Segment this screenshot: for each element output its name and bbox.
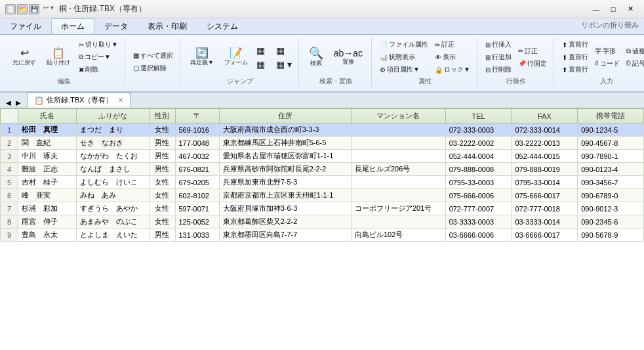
table-cell[interactable]: まつだ まり [77,123,150,137]
table-cell[interactable]: すぎうら あやか [77,202,150,215]
table-cell[interactable]: 03-3333-0014 [512,215,578,229]
table-cell[interactable]: 052-444-0015 [512,150,578,163]
table-cell[interactable]: 雨宮 伸子 [18,215,77,229]
table-cell[interactable]: 131-0033 [175,229,219,242]
table-row[interactable]: 9豊島 永太とよしま えいた男性131-0033東京都墨田区向島7-7-7向島ビ… [1,229,644,242]
table-cell[interactable]: 吉村 桂子 [18,176,77,189]
table-cell[interactable]: よしむら けいこ [77,176,150,189]
table-cell[interactable]: 1 [1,123,18,137]
table-cell[interactable]: 075-666-0006 [445,189,512,202]
table-cell[interactable]: 男性 [150,150,175,163]
document-tab-address[interactable]: 📋 住所録.TBX（専有） ✕ [27,93,131,108]
tab-system[interactable]: システム [197,18,248,34]
table-cell[interactable] [351,176,445,189]
ribbon-collapse-button[interactable]: リボンの折り畳み [576,18,644,34]
table-cell[interactable]: 関 直紀 [18,137,77,150]
table-cell[interactable]: 8 [1,215,18,229]
table-cell[interactable]: 072-333-0014 [512,123,578,137]
table-cell[interactable]: 467-0032 [175,150,219,163]
table-cell[interactable]: 向島ビル102号 [351,229,445,242]
search-button[interactable]: 🔍 検索 [304,45,328,70]
tab-left-arrow[interactable]: ◀ [4,98,13,108]
table-cell[interactable]: 大阪府高槻市成合西の町3-3-3 [219,123,351,137]
deselect-button[interactable]: ▢選択解除 [131,62,176,74]
row-insert-button[interactable]: ⊞行挿入 [483,39,514,51]
table-cell[interactable]: コーポフリージア201号 [351,202,445,215]
table-cell[interactable]: とよしま えいた [77,229,150,242]
table-cell[interactable]: 079-888-0019 [512,163,578,176]
table-row[interactable]: 8雨宮 伸子あまみや のぶこ女性125-0052東京都葛飾区柴又2-2-203-… [1,215,644,229]
open-icon[interactable]: 📂 [17,4,28,14]
table-cell[interactable]: 177-0048 [175,137,219,150]
col-header-cell[interactable]: 携帯電話 [578,109,644,123]
table-row[interactable]: 5吉村 桂子よしむら けいこ女性679-0205兵庫県加東市北野7-5-3079… [1,176,644,189]
col-header-zip[interactable]: 〒 [175,109,219,123]
table-cell[interactable]: 愛知県名古屋市瑞穂区弥富町1-1-1 [219,150,351,163]
view-btn[interactable]: 👁表示 [432,51,473,63]
table-row[interactable]: 3中川 琢夫なかがわ たくお男性467-0032愛知県名古屋市瑞穂区弥富町1-1… [1,150,644,163]
table-cell[interactable]: あまみや のぶこ [77,215,150,229]
table-cell[interactable]: 東京都葛飾区柴又2-2-2 [219,215,351,229]
maximize-button[interactable]: □ [605,3,622,16]
table-cell[interactable]: 杉浦 彩加 [18,202,77,215]
table-cell[interactable]: 京都府京都市上京区東天枡町1-1-1 [219,189,351,202]
paste-button[interactable]: 📋 貼り付け [42,45,75,70]
delete-button[interactable]: ✖削除 [76,64,121,76]
correct-row-btn[interactable]: ✏訂正 [515,45,550,57]
table-cell[interactable]: 女性 [150,215,175,229]
table-cell[interactable]: 03-2222-0002 [445,137,512,150]
table-cell[interactable]: 125-0052 [175,215,219,229]
table-cell[interactable] [351,189,445,202]
table-cell[interactable]: 090-3456-7 [578,176,644,189]
row-delete-button[interactable]: ⊟行削除 [483,64,514,76]
layout-btn3[interactable]: ▦ [254,58,272,71]
table-cell[interactable]: 079-888-0008 [445,163,512,176]
col-header-tel[interactable]: TEL [445,109,512,123]
table-cell[interactable]: 090-7890-1 [578,150,644,163]
window-controls[interactable]: — □ ✕ [588,3,639,16]
table-cell[interactable]: 03-2222-0013 [512,137,578,150]
table-cell[interactable]: 男性 [150,137,175,150]
table-cell[interactable]: 女性 [150,189,175,202]
correct-btn[interactable]: ✏訂正 [432,39,473,51]
value-copy-btn[interactable]: ⧉値複写 [624,45,644,57]
table-cell[interactable]: 602-8102 [175,189,219,202]
table-cell[interactable]: 女性 [150,176,175,189]
table-cell[interactable]: 東京都練馬区上石神井南町5-6-5 [219,137,351,150]
item-props-button[interactable]: ⚙項目属性▼ [377,64,431,76]
table-cell[interactable]: 090-0123-4 [578,163,644,176]
table-cell[interactable]: 兵庫県加東市北野7-5-3 [219,176,351,189]
table-cell[interactable]: 075-666-0017 [512,189,578,202]
symbol-btn[interactable]: ©記号▼ [624,58,644,70]
table-cell[interactable]: 090-2345-6 [578,215,644,229]
form-button[interactable]: 📝 フォーム [220,45,252,70]
table-cell[interactable] [351,123,445,137]
code-btn[interactable]: #コード [592,58,622,70]
table-cell[interactable]: 072-333-0003 [445,123,512,137]
table-cell[interactable]: 03-6666-0006 [445,229,512,242]
prev-row-btn1[interactable]: ⬆直前行 [559,39,591,51]
select-all-button[interactable]: ▦すべて選択 [131,50,176,62]
table-cell[interactable]: 597-0071 [175,202,219,215]
table-cell[interactable] [351,150,445,163]
table-cell[interactable]: 072-777-0018 [512,202,578,215]
layout-btn4[interactable]: ▦ ▾ [273,58,294,71]
new-icon[interactable]: 📄 [5,4,16,14]
table-cell[interactable]: 0795-33-0003 [445,176,512,189]
table-cell[interactable]: 兵庫県高砂市阿弥陀町長尾2-2-2 [219,163,351,176]
redefine-button[interactable]: 🔄 再定義▼ [186,45,218,70]
table-cell[interactable]: 東京都墨田区向島7-7-7 [219,229,351,242]
prev-row-btn3[interactable]: ⬆直前行 [559,64,591,76]
glyph-btn[interactable]: 字字形 [592,45,622,57]
row-add-button[interactable]: ⊞行追加 [483,51,514,63]
tab-close-button[interactable]: ✕ [118,97,123,104]
col-header-fax[interactable]: FAX [512,109,578,123]
table-cell[interactable]: 長尾ヒルズ206号 [351,163,445,176]
table-cell[interactable]: 女性 [150,123,175,137]
table-cell[interactable]: 女性 [150,202,175,215]
table-cell[interactable]: 松田 真理 [18,123,77,137]
table-cell[interactable]: 4 [1,163,18,176]
col-header-addr[interactable]: 住所 [219,109,351,123]
table-cell[interactable]: 男性 [150,163,175,176]
table-cell[interactable]: なんば まさし [77,163,150,176]
